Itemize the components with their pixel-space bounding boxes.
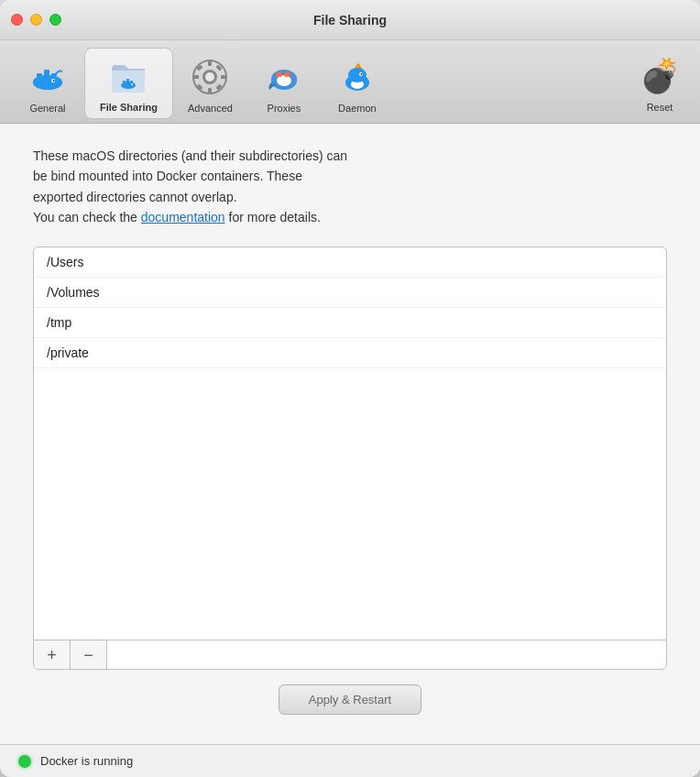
main-window: File Sharing	[0, 0, 700, 777]
svg-rect-15	[208, 60, 212, 66]
toolbar: General File Sharing	[0, 40, 700, 124]
directory-list-footer: + −	[34, 640, 666, 669]
svg-rect-18	[221, 75, 226, 79]
svg-rect-21	[197, 83, 203, 90]
add-directory-button[interactable]: +	[34, 640, 71, 670]
toolbar-item-reset[interactable]: 💣 Reset	[630, 49, 689, 118]
dir-item-empty-1	[34, 368, 666, 401]
svg-rect-8	[123, 81, 126, 83]
svg-point-31	[348, 68, 366, 82]
svg-point-14	[205, 72, 214, 82]
description: These macOS directories (and their subdi…	[33, 146, 667, 228]
svg-rect-10	[130, 81, 133, 83]
traffic-lights	[11, 14, 61, 26]
svg-rect-16	[208, 88, 212, 93]
advanced-label: Advanced	[188, 103, 233, 114]
reset-icon: 💣	[638, 54, 682, 98]
daemon-label: Daemon	[338, 103, 377, 114]
apply-section: Apply & Restart	[33, 670, 667, 722]
svg-rect-27	[284, 72, 290, 77]
dir-item-users[interactable]: /Users	[34, 247, 666, 278]
close-button[interactable]	[11, 14, 23, 26]
minimize-button[interactable]	[30, 14, 42, 26]
toolbar-item-advanced[interactable]: Advanced	[173, 49, 247, 119]
advanced-icon	[188, 55, 232, 99]
maximize-button[interactable]	[49, 14, 61, 26]
file-sharing-icon	[106, 54, 150, 98]
svg-point-11	[131, 83, 133, 85]
documentation-link[interactable]: documentation	[141, 210, 225, 224]
apply-restart-button[interactable]: Apply & Restart	[279, 684, 421, 715]
toolbar-item-file-sharing[interactable]: File Sharing	[84, 48, 173, 119]
toolbar-item-proxies[interactable]: Proxies	[247, 49, 321, 119]
proxies-label: Proxies	[268, 103, 301, 114]
directory-list-container: /Users /Volumes /tmp /private + −	[33, 246, 667, 670]
general-icon	[26, 55, 70, 99]
svg-point-4	[33, 75, 62, 90]
toolbar-item-daemon[interactable]: Daemon	[321, 49, 394, 119]
dir-item-volumes[interactable]: /Volumes	[34, 278, 666, 308]
svg-point-6	[53, 80, 55, 82]
status-bar: Docker is running	[0, 744, 700, 777]
dir-item-tmp[interactable]: /tmp	[34, 308, 666, 338]
window-title: File Sharing	[313, 13, 387, 27]
remove-directory-button[interactable]: −	[71, 640, 107, 670]
svg-rect-17	[193, 75, 199, 79]
svg-point-33	[360, 73, 362, 75]
status-text: Docker is running	[40, 754, 133, 768]
description-text: These macOS directories (and their subdi…	[33, 148, 347, 224]
general-label: General	[29, 103, 65, 114]
svg-rect-26	[276, 72, 282, 77]
toolbar-item-general[interactable]: General	[11, 49, 84, 119]
toolbar-items: General File Sharing	[11, 48, 394, 119]
proxies-icon	[262, 55, 306, 99]
directory-list: /Users /Volumes /tmp /private	[34, 247, 666, 640]
reset-label: Reset	[647, 102, 673, 113]
main-content: These macOS directories (and their subdi…	[0, 124, 700, 744]
status-indicator	[18, 755, 31, 768]
file-sharing-label: File Sharing	[100, 102, 158, 113]
title-bar: File Sharing	[0, 0, 700, 40]
svg-rect-9	[126, 79, 129, 83]
daemon-icon	[335, 55, 379, 99]
dir-item-private[interactable]: /private	[34, 338, 666, 368]
